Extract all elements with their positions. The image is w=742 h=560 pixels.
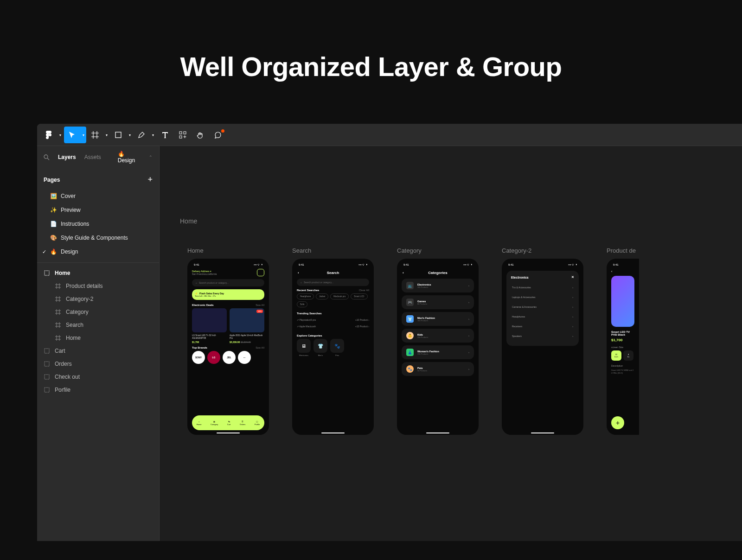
page-item[interactable]: ✨ Preview <box>37 203 159 217</box>
frame-column: Search 9:41••• ᯤ ▮ ‹Search ⌕Search produ… <box>292 247 374 435</box>
search-icon[interactable] <box>44 154 50 160</box>
layer-item[interactable]: Home <box>37 267 159 280</box>
phone-mockup-search[interactable]: 9:41••• ᯤ ▮ ‹Search ⌕Search product or c… <box>292 259 374 435</box>
layer-item[interactable]: Porfile <box>37 383 159 396</box>
layer-item[interactable]: Cart <box>37 344 159 357</box>
chevron-down-icon: ▾ <box>106 133 108 137</box>
address-value: San Francisco,california <box>192 273 217 275</box>
layer-name: Search <box>66 322 83 328</box>
frame-title[interactable]: Product de <box>607 247 639 254</box>
frame-icon <box>55 309 61 315</box>
svg-rect-7 <box>45 362 49 366</box>
divider <box>37 262 159 263</box>
chevron-up-icon: ⌃ <box>149 155 153 159</box>
shape-tool-button[interactable]: ▾ <box>110 127 133 143</box>
frame-icon <box>55 283 61 289</box>
page-item[interactable]: 🖼️ Cover <box>37 189 159 203</box>
layer-name: Home <box>66 335 81 341</box>
status-bar: 9:41••• ᯤ ▮ <box>192 262 264 267</box>
home-indicator <box>531 433 554 433</box>
status-bar: 9:41••• ᯤ ▮ <box>297 262 369 267</box>
phone-mockup-category[interactable]: 9:41••• ᯤ ▮ ‹Categories 📺Electronics10k … <box>397 259 479 435</box>
frame-tool-button[interactable]: ▾ <box>87 127 109 143</box>
chevron-down-icon: ▾ <box>59 133 61 137</box>
brand-logo: ··· <box>238 351 251 364</box>
layer-item[interactable]: Home <box>37 331 159 344</box>
pages-title: Pages <box>44 177 60 183</box>
page-item[interactable]: 🎨 Style Guide & Components <box>37 231 159 245</box>
status-bar: 9:41 <box>611 262 634 267</box>
page-emoji-icon: 🔥 <box>50 248 57 255</box>
layer-name: Porfile <box>55 387 70 393</box>
main-area: Layers Assets 🔥 Design ⌃ Pages + 🖼️ Cove… <box>37 146 742 541</box>
figma-menu-button[interactable]: ▾ <box>41 127 63 143</box>
page-emoji-icon: 🖼️ <box>50 193 57 199</box>
figma-window: ▾ ▾ ▾ ▾ ▾ <box>37 124 742 541</box>
brand-logo: JBL <box>223 351 236 364</box>
phone-mockup-product[interactable]: 9:41 ‹ Smart LED TV PVB Black $1,700 scr… <box>607 259 639 435</box>
frame-title[interactable]: Category <box>397 247 479 254</box>
product-image <box>192 308 227 332</box>
toolbar: ▾ ▾ ▾ ▾ ▾ <box>37 124 742 146</box>
svg-rect-5 <box>45 271 49 275</box>
page-name: Cover <box>61 193 76 199</box>
section-title[interactable]: Home <box>180 217 197 225</box>
canvas[interactable]: Home Home 9:41••• ᯤ ▮ Delivery Address ▾… <box>160 146 742 541</box>
phone-mockup-category2[interactable]: 9:41••• ᯤ ▮ Electronics✕ Tvs & Accessori… <box>502 259 583 435</box>
back-icon: ‹ <box>403 271 404 275</box>
pen-tool-button[interactable]: ▾ <box>134 127 156 143</box>
add-page-button[interactable]: + <box>147 175 153 185</box>
layer-item[interactable]: Category <box>37 305 159 318</box>
page-emoji-icon: ✨ <box>50 207 57 213</box>
svg-rect-9 <box>45 388 49 392</box>
tab-assets[interactable]: Assets <box>84 154 101 160</box>
search-icon: ⌕ <box>301 281 302 284</box>
frame-title[interactable]: Search <box>292 247 374 254</box>
page-item[interactable]: 📄 Instructions <box>37 217 159 231</box>
page-item[interactable]: ✓ 🔥 Design <box>37 245 159 259</box>
layer-name: Product details <box>66 283 102 289</box>
tab-layers[interactable]: Layers <box>58 154 76 160</box>
home-indicator <box>217 433 240 433</box>
text-tool-button[interactable] <box>157 127 173 143</box>
layer-item[interactable]: Orders <box>37 357 159 370</box>
layer-name: Category-2 <box>66 296 93 302</box>
status-bar: 9:41••• ᯤ ▮ <box>506 262 579 267</box>
page-name: Instructions <box>61 221 89 227</box>
svg-rect-0 <box>115 132 121 138</box>
comment-tool-button[interactable] <box>210 127 226 143</box>
frame-title[interactable]: Category-2 <box>502 247 583 254</box>
svg-rect-3 <box>179 136 182 138</box>
layer-item[interactable]: Category-2 <box>37 293 159 305</box>
frame-icon <box>55 322 61 328</box>
svg-rect-8 <box>45 375 49 379</box>
frame-column: Home 9:41••• ᯤ ▮ Delivery Address ▾ San … <box>187 247 269 435</box>
bottom-nav: ⌂Home ▦Category 🛍Cart ☰Orders ◯Profile <box>192 415 264 430</box>
frame-icon <box>55 296 61 302</box>
chevron-down-icon: ▾ <box>129 133 131 137</box>
frame-column: Category-2 9:41••• ᯤ ▮ Electronics✕ Tvs … <box>502 247 583 435</box>
frame-title[interactable]: Home <box>187 247 269 254</box>
phone-mockup-home[interactable]: 9:41••• ᯤ ▮ Delivery Address ▾ San Franc… <box>187 259 269 435</box>
resources-tool-button[interactable] <box>174 127 191 143</box>
brand-logo: LG <box>207 351 220 364</box>
layer-name: Cart <box>55 348 65 354</box>
back-icon: ‹ <box>611 270 634 273</box>
layer-item[interactable]: Search <box>37 318 159 331</box>
cart-icon <box>257 269 264 276</box>
notification-dot-icon <box>221 129 224 133</box>
sidebar-tabs: Layers Assets 🔥 Design ⌃ <box>37 146 159 168</box>
layer-item[interactable]: Check out <box>37 370 159 383</box>
product-image: 14% <box>230 308 264 332</box>
layer-item[interactable]: Product details <box>37 280 159 293</box>
file-label[interactable]: 🔥 Design <box>118 151 139 164</box>
section-icon <box>44 387 50 393</box>
page-name: Style Guide & Components <box>61 235 128 241</box>
pages-header: Pages + <box>37 168 159 189</box>
move-tool-button[interactable]: ▾ <box>64 127 86 143</box>
page-emoji-icon: 📄 <box>50 221 57 227</box>
search-icon: ⌕ <box>196 281 197 284</box>
frame-icon <box>55 335 61 341</box>
chevron-down-icon: ▾ <box>83 133 84 137</box>
hand-tool-button[interactable] <box>192 127 209 143</box>
